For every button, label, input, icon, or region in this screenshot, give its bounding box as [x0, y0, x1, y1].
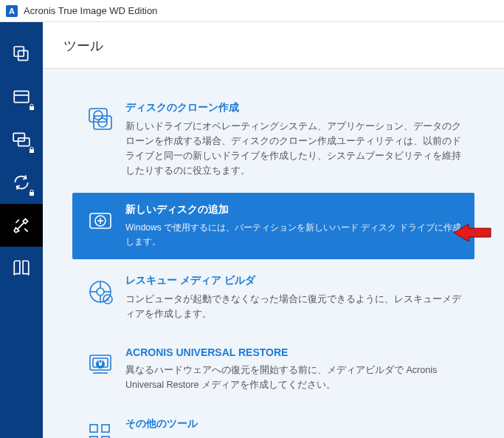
svg-rect-0 — [14, 47, 24, 56]
svg-point-18 — [97, 288, 104, 295]
svg-rect-7 — [30, 149, 34, 153]
svg-rect-6 — [18, 138, 30, 146]
sidebar-item-backup[interactable] — [0, 32, 43, 75]
tool-card-rescue-media[interactable]: A レスキュー メディア ビルダ コンピュータが起動できなくなった場合に復元でき… — [72, 264, 474, 332]
rescue-icon: A — [86, 277, 115, 307]
tool-title: ディスクのクローン作成 — [125, 101, 464, 114]
sidebar-item-clone[interactable] — [0, 118, 43, 161]
tool-card-other-tools[interactable]: その他のツール — [72, 407, 474, 438]
tool-card-clone-disk[interactable]: ディスクのクローン作成 新しいドライブにオペレーティングシステム、アプリケーショ… — [72, 91, 474, 188]
tool-title: 新しいディスクの追加 — [125, 203, 464, 216]
restore-icon — [86, 349, 115, 379]
disk-clone-icon — [86, 104, 115, 134]
book-icon — [12, 259, 31, 278]
app-icon: A — [6, 5, 18, 17]
tool-title: レスキュー メディア ビルダ — [125, 274, 464, 287]
tool-desc: コンピュータが起動できなくなった場合に復元できるように、レスキューメディアを作成… — [125, 292, 464, 321]
svg-text:A: A — [106, 297, 110, 302]
sidebar — [0, 22, 43, 438]
tool-desc: Windows で使用するには、パーティションを新しいハード ディスク ドライブ… — [125, 221, 464, 249]
grid-icon — [86, 420, 115, 438]
svg-rect-29 — [90, 425, 97, 432]
tool-card-universal-restore[interactable]: ACRONIS UNIVERSAL RESTORE 異なるハードウェアへの復元を… — [72, 336, 474, 403]
sidebar-item-tools[interactable] — [0, 204, 43, 247]
backup-icon — [12, 44, 31, 64]
tool-card-add-new-disk[interactable]: 新しいディスクの追加 Windows で使用するには、パーティションを新しいハー… — [72, 193, 474, 259]
add-disk-icon — [86, 206, 115, 236]
lock-icon — [28, 103, 35, 111]
svg-rect-1 — [18, 51, 28, 61]
svg-rect-2 — [14, 91, 29, 102]
sidebar-item-help[interactable] — [0, 247, 43, 290]
svg-rect-5 — [13, 133, 24, 141]
svg-rect-30 — [102, 425, 109, 432]
lock-icon — [28, 189, 35, 196]
content-area: ツール ディスクのクローン作成 新しいドライブにオペレーティングシステム、アプリ… — [43, 22, 504, 438]
sidebar-item-archive[interactable] — [0, 75, 43, 118]
page-title: ツール — [43, 22, 504, 69]
sidebar-item-sync[interactable] — [0, 161, 43, 204]
tool-desc: 異なるハードウェアへの復元を開始する前に、メディアビルダで Acronis Un… — [125, 363, 464, 392]
svg-point-12 — [98, 118, 107, 127]
tools-icon — [12, 216, 31, 235]
svg-rect-4 — [30, 106, 34, 110]
window-titlebar: A Acronis True Image WD Edition — [0, 0, 504, 22]
tool-title: ACRONIS UNIVERSAL RESTORE — [125, 346, 464, 358]
lock-icon — [28, 146, 35, 154]
tool-desc: 新しいドライブにオペレーティングシステム、アプリケーション、データのクローンを作… — [125, 119, 464, 178]
svg-rect-28 — [99, 363, 102, 366]
tool-list: ディスクのクローン作成 新しいドライブにオペレーティングシステム、アプリケーショ… — [43, 69, 504, 438]
tool-title: その他のツール — [125, 417, 464, 431]
window-title: Acronis True Image WD Edition — [24, 5, 157, 16]
svg-rect-8 — [30, 192, 34, 196]
